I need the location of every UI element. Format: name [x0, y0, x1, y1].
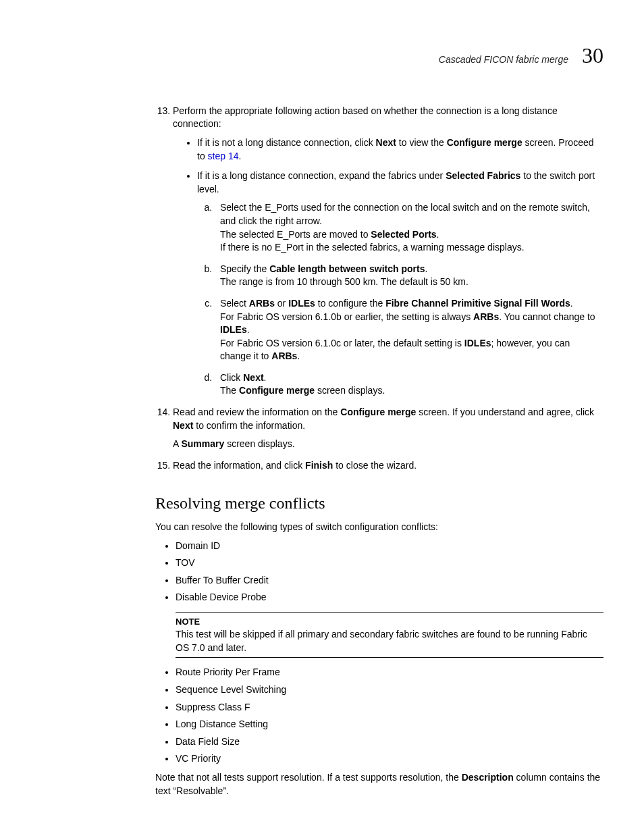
option-not-long-distance: If it is not a long distance connection,…: [197, 136, 603, 163]
list-item: Disable Device Probe: [176, 591, 603, 604]
text: Specify the: [220, 263, 269, 274]
next-label: Next: [173, 420, 193, 431]
configure-merge-label: Configure merge: [340, 407, 416, 417]
text: .: [264, 372, 267, 383]
idles-label: IDLEs: [288, 298, 315, 309]
text: The range is from 10 through 500 km. The…: [220, 276, 468, 287]
selected-ports-label: Selected Ports: [371, 229, 436, 240]
procedure-list: Perform the appropriate following action…: [155, 105, 603, 473]
substep-c: Select ARBs or IDLEs to configure the Fi…: [215, 297, 603, 363]
page-header: Cascaded FICON fabric merge 30: [41, 41, 603, 71]
substeps: Select the E_Ports used for the connecti…: [197, 201, 603, 398]
arbs-label: ARBs: [249, 298, 275, 309]
section-heading: Resolving merge conflicts: [155, 492, 603, 515]
text: For Fabric OS version 6.1.0c or later, t…: [220, 338, 464, 348]
text: A: [173, 438, 181, 449]
page-content: Perform the appropriate following action…: [41, 105, 603, 798]
conflict-list-2: Route Priority Per Frame Sequence Level …: [155, 666, 603, 766]
next-label: Next: [376, 137, 396, 148]
substep-a: Select the E_Ports used for the connecti…: [215, 201, 603, 254]
text: to configure the: [315, 298, 385, 309]
rule: [176, 657, 603, 658]
arbs-label: ARBs: [473, 311, 499, 322]
text: . You cannot change to: [499, 311, 595, 322]
list-item: TOV: [176, 556, 603, 570]
option-long-distance: If it is a long distance connection, exp…: [197, 170, 603, 398]
list-item: Route Priority Per Frame: [176, 666, 603, 679]
list-item: Suppress Class F: [176, 701, 603, 714]
text: .: [247, 324, 250, 335]
substep-d: Click Next. The Configure merge screen d…: [215, 371, 603, 398]
text: Note that not all tests support resoluti…: [155, 772, 462, 783]
text: .: [425, 263, 427, 274]
text: screen displays.: [315, 385, 385, 396]
substep-b: Specify the Cable length between switch …: [215, 263, 603, 289]
text: screen displays.: [224, 438, 294, 449]
text: The: [220, 385, 239, 396]
rule: [176, 613, 603, 613]
text: If it is a long distance connection, exp…: [197, 170, 446, 181]
step-13: Perform the appropriate following action…: [173, 105, 603, 398]
list-item: Data Field Size: [176, 735, 603, 749]
list-item: Domain ID: [176, 540, 603, 553]
chapter-number: 30: [582, 41, 603, 71]
next-label: Next: [243, 372, 263, 383]
text: Select the E_Ports used for the connecti…: [220, 202, 590, 226]
text: .: [239, 151, 242, 161]
step-13-options: If it is not a long distance connection,…: [173, 136, 603, 398]
text: .: [570, 298, 573, 309]
idles-label: IDLEs: [464, 338, 491, 348]
section-intro: You can resolve the following types of s…: [155, 521, 603, 534]
description-label: Description: [462, 772, 514, 783]
text: Read and review the information on the: [173, 407, 340, 417]
list-item: Sequence Level Switching: [176, 683, 603, 697]
page: Cascaded FICON fabric merge 30 Perform t…: [0, 0, 644, 834]
text: Select: [220, 298, 249, 309]
text: Read the information, and click: [173, 460, 305, 471]
configure-merge-label: Configure merge: [447, 137, 522, 148]
text: to confirm the information.: [193, 420, 305, 431]
step-15: Read the information, and click Finish t…: [173, 459, 603, 473]
fill-words-label: Fibre Channel Primitive Signal Fill Word…: [385, 298, 570, 309]
arbs-label: ARBs: [271, 350, 297, 361]
text: Click: [220, 372, 243, 383]
note-block: NOTE This test will be skipped if all pr…: [176, 613, 603, 658]
list-item: Buffer To Buffer Credit: [176, 574, 603, 588]
text: For Fabric OS version 6.1.0b or earlier,…: [220, 311, 473, 322]
closing-note: Note that not all tests support resoluti…: [155, 771, 603, 798]
summary-label: Summary: [181, 438, 224, 449]
text: The selected E_Ports are moved to: [220, 229, 371, 240]
text: .: [437, 229, 439, 240]
idles-label: IDLEs: [220, 324, 247, 335]
text: If there is no E_Port in the selected fa…: [220, 242, 525, 253]
note-body: This test will be skipped if all primary…: [176, 628, 603, 654]
step-13-intro: Perform the appropriate following action…: [173, 105, 558, 130]
list-item: Long Distance Setting: [176, 718, 603, 731]
conflict-list-1: Domain ID TOV Buffer To Buffer Credit Di…: [155, 540, 603, 604]
text: .: [297, 350, 300, 361]
step-14: Read and review the information on the C…: [173, 406, 603, 451]
text: to close the wizard.: [333, 460, 417, 471]
note-label: NOTE: [176, 616, 603, 628]
text: If it is not a long distance connection,…: [197, 137, 376, 148]
configure-merge-label: Configure merge: [239, 385, 315, 396]
cable-length-label: Cable length between switch ports: [269, 263, 425, 274]
selected-fabrics-label: Selected Fabrics: [446, 170, 520, 181]
finish-label: Finish: [305, 460, 333, 471]
header-section-title: Cascaded FICON fabric merge: [439, 53, 568, 67]
step-14-link[interactable]: step 14: [208, 151, 239, 161]
text: to view the: [396, 137, 447, 148]
text: or: [275, 298, 288, 309]
step-14-summary: A Summary screen displays.: [173, 438, 603, 451]
text: screen. If you understand and agree, cli…: [416, 407, 594, 417]
list-item: VC Priority: [176, 752, 603, 766]
